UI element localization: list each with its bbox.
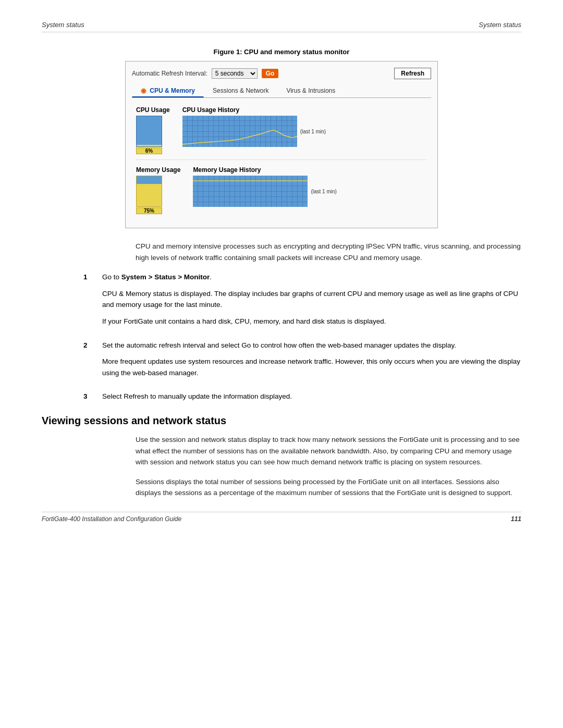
cpu-percent-label: 6% <box>136 147 162 154</box>
history-cell <box>214 132 218 137</box>
history-cell <box>282 142 287 147</box>
history-cell <box>292 181 297 186</box>
history-cell <box>282 116 287 120</box>
history-cell <box>245 132 250 137</box>
cpu-history-graph <box>182 116 297 147</box>
history-cell <box>209 116 213 120</box>
history-cell <box>266 132 271 137</box>
memory-usage-label: Memory Usage <box>136 166 180 174</box>
history-cell <box>261 132 265 137</box>
cpu-usage-label: CPU Usage <box>136 106 170 114</box>
memory-bar-wrap: 75% <box>136 176 162 214</box>
history-cell <box>287 192 292 196</box>
figure-caption: Figure 1: CPU and memory status monitor <box>42 48 521 56</box>
history-cell <box>277 186 282 191</box>
history-cell <box>235 142 239 147</box>
history-cell <box>256 186 261 191</box>
history-cell <box>214 181 219 186</box>
history-cell <box>225 192 229 196</box>
history-cell <box>298 197 302 202</box>
tab-virus-label: Virus & Intrusions <box>286 87 335 94</box>
history-cell <box>229 137 234 142</box>
history-cell <box>266 197 271 202</box>
history-cell <box>250 142 255 147</box>
history-cell <box>235 121 239 126</box>
history-cell <box>230 202 235 207</box>
history-cell <box>287 176 292 180</box>
history-cell <box>224 126 229 131</box>
history-cell <box>246 176 250 180</box>
history-cell <box>250 137 255 142</box>
history-cell <box>245 116 250 120</box>
history-cell <box>203 132 208 137</box>
history-cell <box>250 132 255 137</box>
tab-cpu-memory[interactable]: ◉ CPU & Memory <box>132 84 204 97</box>
history-cell <box>209 192 214 196</box>
tab-sessions-network[interactable]: Sessions & Network <box>204 84 277 97</box>
history-cell <box>287 197 292 202</box>
history-cell <box>209 186 214 191</box>
history-cell <box>261 137 265 142</box>
history-cell <box>219 176 224 180</box>
memory-history-grid <box>193 176 308 207</box>
history-cell <box>219 137 224 142</box>
history-cell <box>266 116 271 120</box>
history-cell <box>303 186 308 191</box>
history-cell <box>272 181 276 186</box>
history-cell <box>198 132 203 137</box>
refresh-interval-select[interactable]: 5 seconds 10 seconds 30 seconds 1 minute… <box>212 68 258 79</box>
history-cell <box>209 202 214 207</box>
history-cell <box>203 186 208 191</box>
history-cell <box>240 126 244 131</box>
step-2-content: Set the automatic refresh interval and s… <box>102 340 521 384</box>
history-cell <box>193 132 198 137</box>
refresh-button[interactable]: Refresh <box>394 68 431 79</box>
history-cell <box>255 132 260 137</box>
memory-usage-block: Memory Usage 75% <box>136 166 180 214</box>
go-button[interactable]: Go <box>262 69 279 78</box>
memory-bar-top <box>137 176 162 184</box>
history-cell <box>272 186 276 191</box>
history-cell <box>219 202 224 207</box>
history-cell <box>277 197 282 202</box>
history-cell <box>219 116 224 120</box>
cpu-history-grid <box>182 116 297 147</box>
history-cell <box>250 126 255 131</box>
memory-percent-label: 75% <box>136 207 162 214</box>
history-cell <box>303 176 308 180</box>
history-cell <box>266 137 271 142</box>
cpu-history-block: CPU Usage History (last 1 min) <box>182 106 326 147</box>
page-footer: FortiGate-400 Installation and Configura… <box>42 512 521 523</box>
history-cell <box>224 121 229 126</box>
memory-history-label: Memory Usage History <box>193 166 261 174</box>
history-cell <box>251 192 255 196</box>
history-cell <box>235 202 240 207</box>
history-cell <box>230 181 235 186</box>
history-cell <box>193 121 198 126</box>
history-cell <box>193 142 198 147</box>
history-cell <box>235 186 240 191</box>
memory-history-graph <box>193 176 308 207</box>
history-cell <box>261 186 266 191</box>
history-cell <box>261 176 266 180</box>
history-cell <box>266 176 271 180</box>
history-cell <box>203 137 208 142</box>
history-cell <box>219 197 224 202</box>
history-cell <box>292 126 297 131</box>
history-cell <box>298 176 302 180</box>
history-cell <box>292 176 297 180</box>
history-cell <box>266 192 271 196</box>
history-cell <box>303 181 308 186</box>
step-list: 1 Go to System > Status > Monitor. CPU &… <box>83 272 521 408</box>
history-cell <box>235 197 240 202</box>
history-cell <box>277 126 282 131</box>
history-cell <box>272 192 276 196</box>
tab-virus-intrusions[interactable]: Virus & Intrusions <box>277 84 344 97</box>
history-cell <box>292 132 297 137</box>
history-cell <box>214 197 219 202</box>
history-cell <box>214 142 218 147</box>
history-cell <box>282 126 287 131</box>
history-cell <box>266 126 271 131</box>
history-cell <box>266 142 271 147</box>
history-cell <box>214 126 218 131</box>
